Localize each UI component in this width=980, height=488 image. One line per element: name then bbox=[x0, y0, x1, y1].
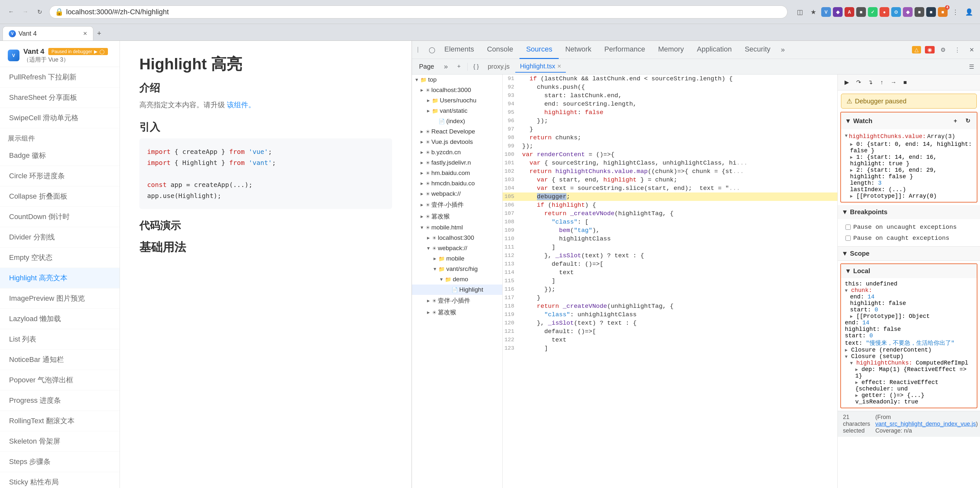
pause-caught-checkbox[interactable] bbox=[845, 235, 851, 241]
tree-webpack2[interactable]: ▼ ☀ webpack:// bbox=[412, 243, 502, 253]
sidebar-item-popover[interactable]: Popover 气泡弹出框 bbox=[0, 370, 119, 391]
tree-yiban[interactable]: ► ☀ 壹伴·小插件 bbox=[412, 199, 502, 211]
expand-hc-arrow[interactable]: ▼ bbox=[850, 361, 853, 366]
ext-icon-5[interactable]: ● bbox=[880, 7, 889, 17]
expand-effect-arrow[interactable]: ► bbox=[855, 380, 858, 385]
expand-chunk-arrow[interactable]: ▼ bbox=[845, 288, 848, 293]
tree-tampermonkey2[interactable]: ► ☀ 篡改猴 bbox=[412, 307, 502, 318]
step-out-button[interactable]: ↑ bbox=[877, 77, 887, 87]
tree-byzcdn[interactable]: ► ☀ b.yzcdn.cn bbox=[412, 147, 502, 157]
tree-vantsrc[interactable]: ▼ 📁 vant/src/hig bbox=[412, 264, 502, 274]
watch-section-header[interactable]: ▼ Watch + ↻ bbox=[841, 113, 977, 129]
tree-highlight-file[interactable]: ► 📄 Highlight bbox=[412, 285, 502, 295]
tab-security[interactable]: Security bbox=[738, 41, 777, 59]
refresh-button[interactable]: ↻ bbox=[34, 6, 45, 18]
tree-tampermonkey1[interactable]: ► ☀ 篡改猴 bbox=[412, 211, 502, 222]
forward-button[interactable]: → bbox=[19, 6, 31, 18]
tree-top[interactable]: ▼ 📁 top bbox=[412, 75, 502, 85]
back-button[interactable]: ← bbox=[5, 6, 17, 18]
sidebar-item-collapse[interactable]: Collapse 折叠面板 bbox=[0, 186, 119, 207]
new-tab-button[interactable]: + bbox=[93, 27, 105, 39]
tab-network[interactable]: Network bbox=[559, 41, 598, 59]
address-bar[interactable]: 🔒 localhost:3000/#/zh-CN/highlight bbox=[49, 5, 788, 19]
device-toolbar-button[interactable]: ◯ bbox=[426, 44, 438, 56]
sidebar-item-progress[interactable]: Progress 进度条 bbox=[0, 391, 119, 411]
bookmark-icon[interactable]: ★ bbox=[808, 6, 819, 18]
sidebar-item-rollingtext[interactable]: RollingText 翻滚文本 bbox=[0, 411, 119, 431]
refresh-watch-button[interactable]: ↻ bbox=[963, 116, 973, 126]
tree-react-devtools[interactable]: ► ☀ React Develope bbox=[412, 126, 502, 137]
sidebar-item-circle[interactable]: Circle 环形进度条 bbox=[0, 166, 119, 186]
expand-proto-arrow[interactable]: ► bbox=[850, 194, 853, 199]
tree-localhost2[interactable]: ► ☀ localhost:300 bbox=[412, 233, 502, 243]
tree-vantstatic[interactable]: ► 📁 vant/static bbox=[412, 106, 502, 116]
ext-icon-10[interactable]: ■4 bbox=[938, 7, 948, 17]
tree-vuedevtools[interactable]: ► ☀ Vue.js devtools bbox=[412, 137, 502, 147]
tree-webpack1[interactable]: ► ☀ webpack:// bbox=[412, 189, 502, 199]
expand-2-arrow[interactable]: ► bbox=[850, 168, 853, 173]
scope-header[interactable]: ▼ Scope bbox=[838, 246, 980, 261]
ext-icon-8[interactable]: ■ bbox=[915, 7, 924, 17]
sidebar-item-highlight[interactable]: Highlight 高亮文本 bbox=[0, 268, 119, 288]
tab-elements[interactable]: Elements bbox=[438, 41, 480, 59]
tree-mobilehtml[interactable]: ▼ ☀ mobile.html bbox=[412, 222, 502, 233]
sidebar-item-sticky[interactable]: Sticky 粘性布局 bbox=[0, 472, 119, 488]
tree-hmbaidu[interactable]: ► ☀ hm.baidu.com bbox=[412, 168, 502, 178]
play-button[interactable]: ▶ bbox=[94, 49, 97, 54]
step-over-button[interactable]: ↷ bbox=[853, 77, 864, 87]
tree-localhost[interactable]: ► ☀ localhost:3000 bbox=[412, 85, 502, 95]
more-pages-button[interactable]: » bbox=[440, 62, 452, 71]
ext-icon-3[interactable]: ■ bbox=[856, 7, 866, 17]
tree-mobile[interactable]: ► 📁 mobile bbox=[412, 253, 502, 264]
tab-performance[interactable]: Performance bbox=[598, 41, 652, 59]
expand-main-arrow[interactable]: ▼ bbox=[845, 133, 848, 138]
expand-1-arrow[interactable]: ► bbox=[850, 155, 853, 160]
local-header[interactable]: ▼ Local bbox=[841, 264, 977, 278]
step-button[interactable]: → bbox=[888, 77, 899, 87]
sidebar-item-steps[interactable]: Steps 步骤条 bbox=[0, 452, 119, 472]
pause-uncaught-checkbox[interactable] bbox=[845, 224, 851, 230]
more-tools-icon[interactable]: ⋮ bbox=[950, 6, 961, 18]
ext-icon-6[interactable]: ⊙ bbox=[891, 7, 901, 17]
code-editor[interactable]: 91 if (lastChunk && lastChunk.end < sour… bbox=[503, 75, 837, 488]
ext-icon-7[interactable]: ◆ bbox=[903, 7, 913, 17]
proxy-file-tab[interactable]: proxy.js bbox=[483, 61, 514, 72]
toggle-sidebar-button[interactable]: ☰ bbox=[966, 61, 977, 73]
coverage-link[interactable]: vant_src_highlight_demo_index_vue.js bbox=[875, 421, 976, 427]
sidebar-item-swipecell[interactable]: SwipeCell 滑动单元格 bbox=[0, 108, 119, 128]
add-folder-button[interactable]: + bbox=[453, 61, 465, 73]
tab-application[interactable]: Application bbox=[690, 41, 738, 59]
close-devtools-button[interactable]: ✕ bbox=[966, 44, 977, 56]
tab-memory[interactable]: Memory bbox=[652, 41, 690, 59]
intro-link[interactable]: 该组件。 bbox=[227, 101, 255, 109]
expand-getter-arrow[interactable]: ► bbox=[855, 393, 858, 398]
sidebar-item-divider[interactable]: Divider 分割线 bbox=[0, 227, 119, 248]
tree-users[interactable]: ► 📁 Users/ruochu bbox=[412, 95, 502, 106]
settings-button[interactable]: ⚙ bbox=[937, 44, 949, 56]
expand-closure-setup-arrow[interactable]: ▼ bbox=[845, 354, 848, 359]
sidebar-item-countdown[interactable]: CountDown 倒计时 bbox=[0, 207, 119, 227]
ext-icon-2[interactable]: ◆ bbox=[833, 7, 843, 17]
close-file-tab-button[interactable]: ✕ bbox=[557, 63, 561, 69]
tree-demo[interactable]: ▼ 📁 demo bbox=[412, 274, 502, 285]
format-code-button[interactable]: { } bbox=[470, 61, 482, 73]
ext-adblock-icon[interactable]: A bbox=[845, 7, 854, 17]
sidebar-item-list[interactable]: List 列表 bbox=[0, 329, 119, 350]
sidebar-item-skeleton[interactable]: Skeleton 骨架屏 bbox=[0, 431, 119, 452]
sidebar-item-pullrefresh[interactable]: PullRefresh 下拉刷新 bbox=[0, 67, 119, 87]
expand-chunk-proto-arrow[interactable]: ► bbox=[850, 314, 853, 319]
add-watch-button[interactable]: + bbox=[950, 116, 961, 126]
tab-console[interactable]: Console bbox=[480, 41, 520, 59]
inspect-element-button[interactable]: ⎸ bbox=[415, 44, 426, 56]
sidebar-item-empty[interactable]: Empty 空状态 bbox=[0, 248, 119, 268]
page-tab[interactable]: Page bbox=[415, 61, 439, 72]
deactivate-breakpoints-button[interactable]: ■ bbox=[900, 77, 910, 87]
sidebar-item-badge[interactable]: Badge 徽标 bbox=[0, 146, 119, 166]
tree-index[interactable]: ► 📄 (index) bbox=[412, 116, 502, 126]
sidebar-item-noticebar[interactable]: NoticeBar 通知栏 bbox=[0, 350, 119, 370]
ext-icon-4[interactable]: ✓ bbox=[868, 7, 878, 17]
highlight-file-tab[interactable]: Highlight.tsx ✕ bbox=[515, 60, 566, 73]
expand-closure-rc-arrow[interactable]: ► bbox=[845, 348, 848, 353]
active-tab[interactable]: V Vant 4 ✕ bbox=[3, 26, 93, 40]
sidebar-item-imagepreview[interactable]: ImagePreview 图片预览 bbox=[0, 288, 119, 309]
